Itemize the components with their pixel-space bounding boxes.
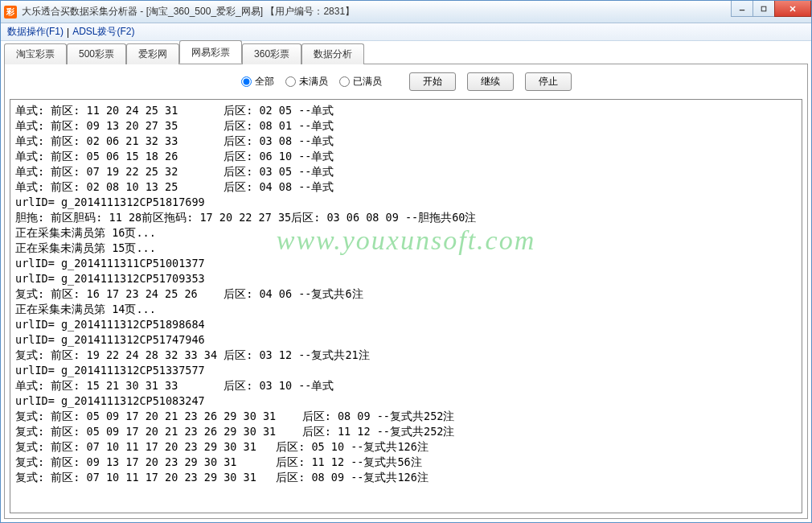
radio-full[interactable]: 已满员 bbox=[339, 75, 382, 89]
tab-strip: 淘宝彩票 500彩票 爱彩网 网易彩票 360彩票 数据分析 bbox=[4, 44, 808, 64]
filter-radio-group: 全部 未满员 已满员 bbox=[241, 75, 382, 89]
radio-full-label: 已满员 bbox=[353, 75, 382, 89]
radio-all[interactable]: 全部 bbox=[241, 75, 274, 89]
tab-aicai[interactable]: 爱彩网 bbox=[126, 43, 179, 64]
tab-panel: 全部 未满员 已满员 开始 继续 停止 单式: 前区: 11 20 24 25 … bbox=[4, 64, 808, 519]
log-output[interactable]: 单式: 前区: 11 20 24 25 31 后区: 02 05 --单式 单式… bbox=[10, 99, 802, 513]
close-button[interactable] bbox=[774, 1, 811, 17]
titlebar[interactable]: 彩 大乐透合买数据采集分析器 - [淘宝_360_500_爱彩_网易] 【用户编… bbox=[1, 1, 811, 23]
minimize-button[interactable] bbox=[731, 1, 753, 17]
radio-full-input[interactable] bbox=[339, 76, 350, 87]
menubar: 数据操作(F1) | ADSL拨号(F2) bbox=[1, 23, 811, 41]
window-controls bbox=[732, 1, 811, 17]
stop-button[interactable]: 停止 bbox=[525, 72, 572, 91]
radio-all-input[interactable] bbox=[241, 76, 252, 87]
radio-notfull-input[interactable] bbox=[285, 76, 296, 87]
maximize-button[interactable] bbox=[753, 1, 775, 17]
menu-data-ops[interactable]: 数据操作(F1) bbox=[4, 23, 67, 40]
tab-netease[interactable]: 网易彩票 bbox=[179, 40, 242, 64]
menu-adsl-dial[interactable]: ADSL拨号(F2) bbox=[69, 23, 137, 40]
tab-360[interactable]: 360彩票 bbox=[242, 43, 301, 64]
app-icon: 彩 bbox=[4, 6, 17, 19]
tab-taobao[interactable]: 淘宝彩票 bbox=[4, 43, 67, 64]
start-button[interactable]: 开始 bbox=[409, 72, 456, 91]
radio-notfull[interactable]: 未满员 bbox=[285, 75, 328, 89]
radio-all-label: 全部 bbox=[255, 75, 274, 89]
main-window: 彩 大乐透合买数据采集分析器 - [淘宝_360_500_爱彩_网易] 【用户编… bbox=[0, 0, 812, 523]
continue-button[interactable]: 继续 bbox=[467, 72, 514, 91]
radio-notfull-label: 未满员 bbox=[299, 75, 328, 89]
tab-analysis[interactable]: 数据分析 bbox=[301, 43, 364, 64]
svg-rect-1 bbox=[761, 6, 766, 11]
content-area: 淘宝彩票 500彩票 爱彩网 网易彩票 360彩票 数据分析 全部 未满员 bbox=[1, 41, 811, 522]
controls-row: 全部 未满员 已满员 开始 继续 停止 bbox=[5, 64, 807, 97]
tab-500[interactable]: 500彩票 bbox=[67, 43, 126, 64]
window-title: 大乐透合买数据采集分析器 - [淘宝_360_500_爱彩_网易] 【用户编号：… bbox=[22, 5, 355, 19]
